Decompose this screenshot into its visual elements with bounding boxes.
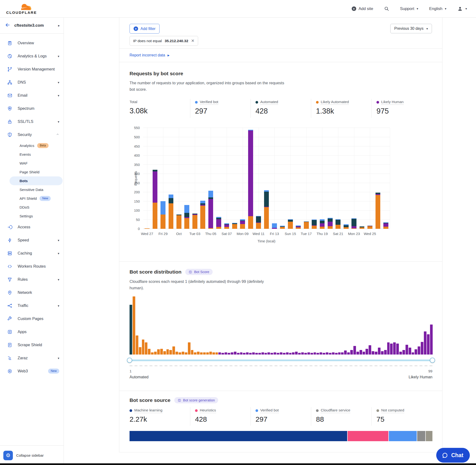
- language-menu[interactable]: English: [429, 6, 446, 11]
- account-menu[interactable]: [457, 6, 467, 12]
- sidebar-item-ssl-tls[interactable]: SSL/TLS: [0, 115, 63, 128]
- sidebar-item-network[interactable]: Network: [0, 286, 63, 299]
- bar-segment-likely-automated: [360, 227, 365, 229]
- lock-icon: [7, 119, 12, 124]
- remove-filter-icon[interactable]: ✕: [191, 38, 195, 43]
- gear-icon[interactable]: ⚙: [3, 451, 13, 460]
- sidebar-subitem-events[interactable]: Events: [0, 150, 63, 159]
- sidebar-subitem-bots[interactable]: Bots: [10, 176, 63, 185]
- x-tick-label: Oct: [176, 232, 182, 236]
- slider-handle-max[interactable]: [430, 358, 435, 363]
- stat-label-text[interactable]: Verified bot: [260, 408, 279, 413]
- y-tick-label: 250: [134, 181, 140, 185]
- histogram-bar-score-82: [378, 348, 381, 355]
- stat-label-text[interactable]: Heuristics: [200, 408, 216, 413]
- sidebar-subitem-page-shield[interactable]: Page Shield: [0, 168, 63, 176]
- stat-label-text[interactable]: Not computed: [381, 408, 404, 413]
- stat-label-text[interactable]: Likely Automated: [321, 100, 349, 105]
- sidebar-subitem-sensitive-data[interactable]: Sensitive Data: [0, 185, 63, 194]
- search-icon[interactable]: [384, 6, 389, 11]
- sidebar-item-scrape-shield[interactable]: Scrape Shield: [0, 338, 63, 351]
- y-axis-title: Requests: [128, 128, 143, 229]
- sidebar-item-version-management[interactable]: Version Management: [0, 63, 63, 76]
- stat-label-text[interactable]: Machine learning: [134, 408, 162, 413]
- chevron-down-icon: [58, 303, 59, 308]
- histogram-bar-score-37: [240, 352, 243, 355]
- sidebar-item-traffic[interactable]: Traffic: [0, 299, 63, 312]
- sidebar-item-overview[interactable]: Overview: [0, 36, 63, 50]
- histogram-bar-score-83: [381, 351, 384, 355]
- section-title: Bot score distribution: [129, 269, 181, 275]
- requests-stacked-bar-chart: Requests Time (local) 050100150200250300…: [143, 128, 390, 229]
- bot-score-doc-badge[interactable]: Bot Score: [185, 269, 213, 275]
- site-name[interactable]: cftestsite3.com: [14, 23, 54, 28]
- sidebar-item-email[interactable]: Email: [0, 89, 63, 102]
- histogram-bar-score-96: [421, 342, 423, 355]
- sidebar-subitem-settings[interactable]: Settings: [0, 212, 63, 221]
- sidebar-item-custom-pages[interactable]: Custom Pages: [0, 312, 63, 325]
- stat-total: Total3.08k: [129, 99, 190, 118]
- slider-handle-min[interactable]: [127, 358, 132, 363]
- sidebar-item-security[interactable]: Security: [0, 128, 63, 141]
- bar-segment-likely-automated: [200, 206, 205, 229]
- add-filter-button[interactable]: Add filter: [129, 24, 159, 33]
- histogram-bar-score-62: [317, 353, 319, 355]
- sidebar-item-web3[interactable]: Web3New: [0, 365, 63, 378]
- histogram-bar-score-36: [237, 353, 240, 355]
- histogram-bar-score-14: [169, 350, 172, 355]
- sidebar-item-access[interactable]: Access: [0, 221, 63, 233]
- sidebar-item-label: Network: [18, 290, 59, 295]
- back-arrow-icon[interactable]: [5, 22, 11, 29]
- sidebar-item-spectrum[interactable]: Spectrum: [0, 102, 63, 115]
- add-site-button[interactable]: Add site: [352, 6, 373, 11]
- sidebar-subitem-ddos[interactable]: DDoS: [0, 203, 63, 212]
- bar-segment-likely-human: [208, 199, 213, 228]
- histogram-bar-score-88: [396, 344, 399, 355]
- sidebar-item-label: Traffic: [18, 303, 52, 308]
- bar-day-25: [334, 128, 342, 229]
- slider-tick-marks: [129, 365, 433, 366]
- support-menu[interactable]: Support: [400, 6, 418, 11]
- bar-day-29: [366, 128, 374, 229]
- sidebar-item-analytics-logs[interactable]: Analytics & Logs: [0, 50, 63, 63]
- stat-label-text[interactable]: Automated: [260, 100, 278, 105]
- bar-day-4: [167, 128, 175, 229]
- slider-track[interactable]: [129, 359, 433, 361]
- report-incorrect-data-link[interactable]: Report incorrect data: [129, 53, 169, 57]
- sidebar-item-label: Rules: [18, 277, 52, 282]
- bot-score-generation-doc-badge[interactable]: Bot score generation: [174, 397, 218, 403]
- sidebar-item-apps[interactable]: Apps: [0, 325, 63, 338]
- x-tick-label: Fri 13: [270, 232, 279, 236]
- sidebar-subitem-api-shield[interactable]: API ShieldNew: [0, 194, 63, 203]
- histogram-bar-score-99: [430, 325, 433, 355]
- book-icon: [189, 270, 192, 274]
- stat-label: Verified bot: [195, 100, 248, 105]
- sidebar-item-caching[interactable]: Caching: [0, 247, 63, 260]
- sidebar-item-speed[interactable]: Speed: [0, 233, 63, 247]
- sidebar-subitem-waf[interactable]: WAF: [0, 159, 63, 168]
- stat-value: 88: [316, 415, 369, 423]
- sidebar-item-dns[interactable]: DNS: [0, 76, 63, 89]
- y-tick-label: 300: [134, 172, 140, 176]
- collapse-sidebar-label[interactable]: Collapse sidebar: [16, 453, 43, 458]
- bar-segment-likely-automated: [344, 227, 349, 229]
- sidebar-item-workers-routes[interactable]: Workers Routes: [0, 260, 63, 273]
- cloudflare-logo[interactable]: CLOUDFLARE: [6, 3, 37, 14]
- stat-label-text[interactable]: Likely Human: [381, 100, 404, 105]
- histogram-bar-score-11: [160, 349, 163, 355]
- bar-day-8: [199, 128, 207, 229]
- sidebar-item-rules[interactable]: Rules: [0, 273, 63, 286]
- section-description: Cloudflare scores each request 1 (defini…: [129, 278, 268, 291]
- sidebar-subitem-analytics[interactable]: AnalyticsBeta: [0, 141, 63, 150]
- bar-segment-likely-human: [383, 223, 388, 227]
- stat-likely-human: Likely Human975: [371, 99, 432, 118]
- bar-segment-likely-automated: [264, 207, 269, 229]
- report-row: Report incorrect data: [119, 49, 442, 62]
- chat-button[interactable]: Chat: [436, 448, 470, 463]
- chevron-right-icon[interactable]: [58, 23, 60, 28]
- stat-label-text[interactable]: Verified bot: [200, 100, 218, 105]
- sidebar-item-zaraz[interactable]: Zaraz: [0, 351, 63, 365]
- stat-cloudflare-service: Cloudflare service88: [311, 407, 371, 426]
- date-range-dropdown[interactable]: Previous 30 days: [390, 24, 432, 33]
- stat-label-text[interactable]: Cloudflare service: [321, 408, 350, 413]
